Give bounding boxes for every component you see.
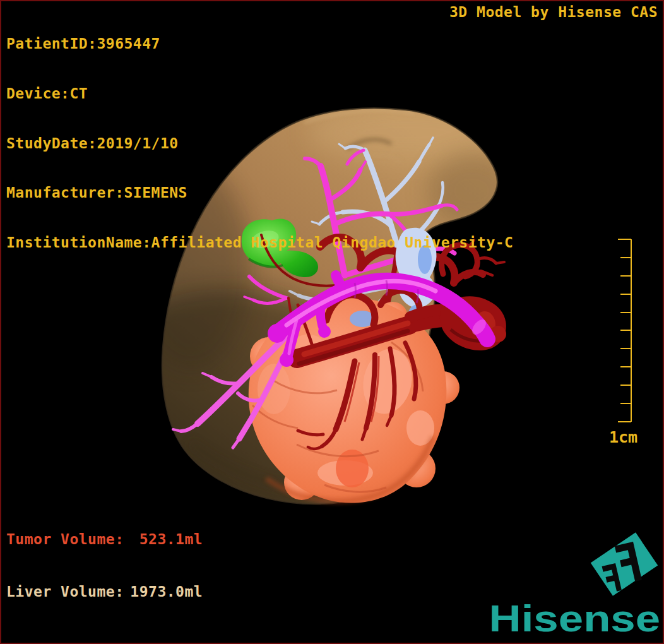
dicom-overlay-top-left: PatientID:3965447 Device:CT StudyDate:20… [6,3,513,283]
watermark-title: 3D Model by Hisense CAS [449,4,658,20]
liver-volume-value: 1973.0ml [124,583,203,601]
tumor-volume-value: 523.1ml [124,531,203,549]
hisense-logo: Hisense [489,600,660,638]
patient-id-text: PatientID:3965447 [6,35,513,52]
device-text: Device:CT [6,85,513,102]
volume-readout: Tumor Volume:523.1ml Liver Volume:1973.0… [6,496,203,635]
institution-text: InstitutionName:Affiliated Hospital Qing… [6,234,513,251]
tumor-volume-row: Tumor Volume:523.1ml [6,531,203,549]
viewer-canvas[interactable]: 1cm PatientID:3965447 Device:CT StudyDat… [0,0,664,644]
scale-ruler: 1cm [609,239,637,446]
tumor-volume-label: Tumor Volume: [6,531,124,547]
manufacturer-text: Manufacturer:SIEMENS [6,184,513,201]
study-date-text: StudyDate:2019/1/10 [6,135,513,152]
liver-volume-row: Liver Volume:1973.0ml [6,583,203,601]
scale-label: 1cm [609,428,637,446]
liver-volume-label: Liver Volume: [6,583,124,600]
cas-diamond-icon [591,532,658,595]
